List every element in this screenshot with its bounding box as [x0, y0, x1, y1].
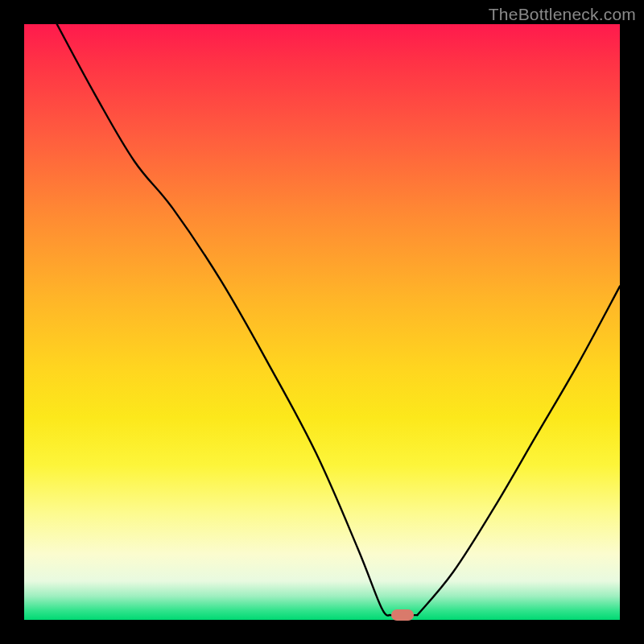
curve-right-branch [417, 287, 620, 615]
chart-frame: TheBottleneck.com [0, 0, 644, 644]
optimum-marker [391, 609, 414, 621]
curve-left-branch [57, 24, 390, 616]
watermark-text: TheBottleneck.com [489, 5, 636, 24]
bottleneck-curve [24, 24, 620, 620]
plot-area [24, 24, 620, 620]
